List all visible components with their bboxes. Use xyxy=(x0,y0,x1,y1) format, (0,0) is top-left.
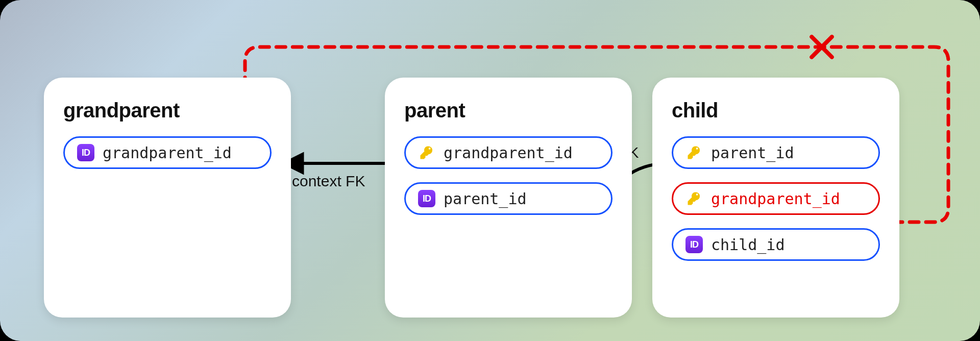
card-title-parent: parent xyxy=(404,99,612,122)
field-parent-fk-grandparent: grandparent_id xyxy=(404,136,612,169)
id-icon: ID xyxy=(418,190,435,207)
invalid-cross-icon xyxy=(807,33,836,61)
diagram-canvas: context FK context FK grandparent ID gra… xyxy=(0,0,980,341)
field-child-id: ID child_id xyxy=(672,228,880,261)
key-icon xyxy=(685,190,703,207)
field-label: grandparent_id xyxy=(103,144,232,162)
field-label: grandparent_id xyxy=(444,144,573,162)
card-grandparent: grandparent ID grandparent_id xyxy=(44,78,291,318)
field-label: parent_id xyxy=(711,144,794,162)
id-icon: ID xyxy=(77,144,94,161)
field-label: child_id xyxy=(711,236,785,254)
field-label: parent_id xyxy=(444,190,527,208)
edge-label-parent-grandparent: context FK xyxy=(292,173,365,190)
card-title-grandparent: grandparent xyxy=(63,99,272,122)
card-child: child parent_id grandparent_id ID child_… xyxy=(652,78,899,318)
key-icon xyxy=(418,144,435,161)
id-icon: ID xyxy=(685,236,703,253)
field-grandparent-id: ID grandparent_id xyxy=(63,136,272,169)
key-icon xyxy=(685,144,703,161)
field-parent-id: ID parent_id xyxy=(404,182,612,215)
card-title-child: child xyxy=(672,99,880,122)
field-child-fk-parent: parent_id xyxy=(672,136,880,169)
field-child-fk-grandparent-invalid: grandparent_id xyxy=(672,182,880,215)
field-label: grandparent_id xyxy=(711,190,840,208)
card-parent: parent grandparent_id ID parent_id xyxy=(385,78,632,318)
